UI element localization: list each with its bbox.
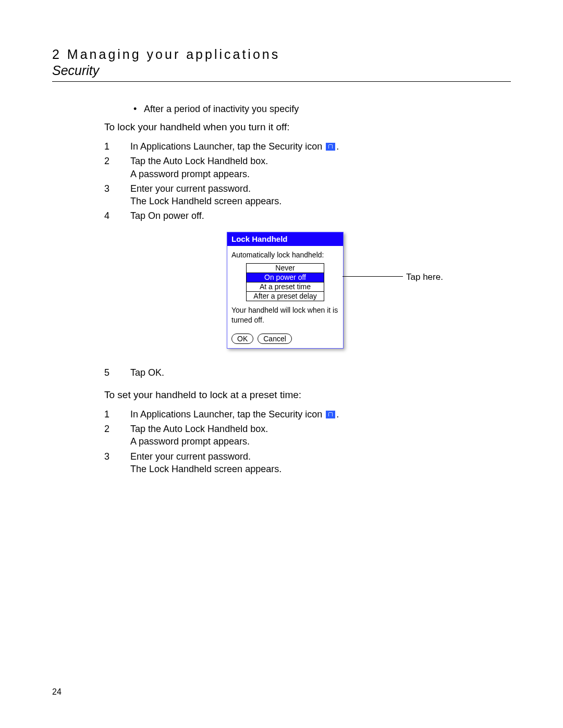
step: 3 Enter your current password. The Lock … (104, 450, 511, 476)
page: 2 Managing your applications Security • … (0, 0, 563, 728)
callout-label: Tap here. (406, 272, 443, 283)
cancel-button[interactable]: Cancel (258, 334, 292, 344)
body: • After a period of inactivity you speci… (104, 103, 511, 475)
step: 1 In Applications Launcher, tap the Secu… (104, 408, 511, 421)
dialog-prompt: Automatically lock handheld: (231, 250, 339, 260)
option-never[interactable]: Never (247, 263, 324, 273)
dialog-title: Lock Handheld (227, 232, 343, 246)
option-on-power-off[interactable]: On power off (247, 273, 324, 282)
step-text: Tap the Auto Lock Handheld box. A passwo… (130, 155, 511, 180)
dialog-description: Your handheld will lock when it is turne… (231, 305, 339, 325)
header-rule (52, 81, 511, 82)
step-text: Enter your current password. The Lock Ha… (130, 182, 511, 208)
bullet-item: • After a period of inactivity you speci… (133, 103, 511, 115)
step-number: 2 (104, 423, 116, 448)
step-number: 3 (104, 182, 116, 208)
callout-line (342, 276, 403, 277)
step: 3 Enter your current password. The Lock … (104, 182, 511, 208)
page-number: 24 (52, 687, 62, 697)
bullet-dot: • (133, 103, 137, 115)
subhead-lock-on-off: To lock your handheld when you turn it o… (104, 120, 511, 134)
step-text: In Applications Launcher, tap the Securi… (130, 140, 511, 153)
security-icon (326, 143, 335, 151)
step-number: 2 (104, 155, 116, 180)
subhead-preset-time: To set your handheld to lock at a preset… (104, 388, 511, 402)
step-text: Tap On power off. (130, 209, 511, 222)
step-number: 1 (104, 408, 116, 421)
lock-options: Never On power off At a preset time Afte… (246, 263, 324, 301)
option-preset-delay[interactable]: After a preset delay (247, 291, 324, 301)
dialog-figure: Lock Handheld Automatically lock handhel… (227, 232, 511, 360)
step: 5 Tap OK. (104, 366, 511, 379)
step: 1 In Applications Launcher, tap the Secu… (104, 140, 511, 153)
steps-preset-time: 1 In Applications Launcher, tap the Secu… (104, 408, 511, 475)
step-text: Tap OK. (130, 366, 511, 379)
section-title: Security (52, 63, 511, 78)
step: 4 Tap On power off. (104, 209, 511, 222)
step-number: 5 (104, 366, 116, 379)
step-text: In Applications Launcher, tap the Securi… (130, 408, 511, 421)
dialog-body: Automatically lock handheld: Never On po… (227, 246, 343, 348)
step-number: 4 (104, 209, 116, 222)
steps-lock-on-off: 1 In Applications Launcher, tap the Secu… (104, 140, 511, 223)
dialog-buttons: OK Cancel (231, 334, 339, 344)
bullet-text: After a period of inactivity you specify (144, 103, 299, 115)
step-text: Tap the Auto Lock Handheld box. A passwo… (130, 423, 511, 448)
step: 2 Tap the Auto Lock Handheld box. A pass… (104, 423, 511, 448)
step: 2 Tap the Auto Lock Handheld box. A pass… (104, 155, 511, 180)
step-text: Enter your current password. The Lock Ha… (130, 450, 511, 476)
step-number: 3 (104, 450, 116, 476)
step-number: 1 (104, 140, 116, 153)
ok-button[interactable]: OK (231, 334, 253, 344)
steps-after-dialog: 5 Tap OK. (104, 366, 511, 379)
lock-handheld-dialog: Lock Handheld Automatically lock handhel… (227, 232, 344, 349)
option-preset-time[interactable]: At a preset time (247, 282, 324, 291)
chapter-title: 2 Managing your applications (52, 47, 511, 62)
security-icon (326, 411, 335, 418)
